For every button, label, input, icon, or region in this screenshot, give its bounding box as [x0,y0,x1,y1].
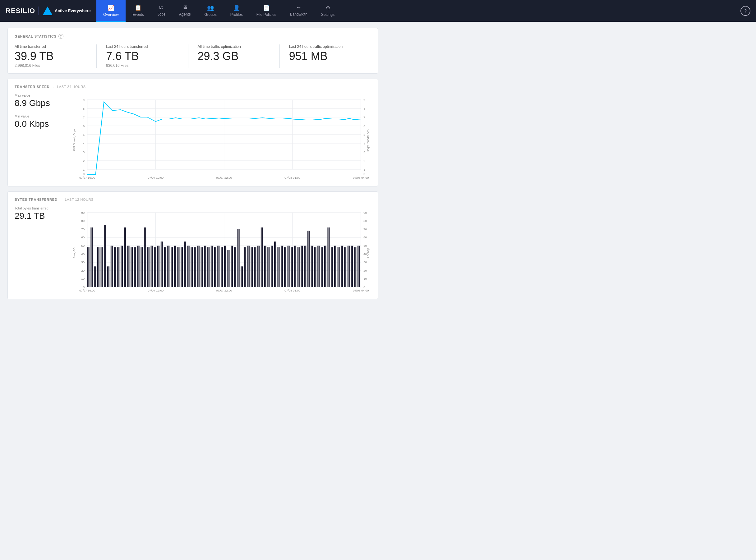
min-value-block: Min value 0.0 Kbps [15,114,64,129]
min-value: 0.0 Kbps [15,119,64,129]
nav-right: ? [735,0,756,22]
ae-label-area: Active Everywhere [55,8,91,13]
svg-text:5: 5 [83,133,84,136]
min-value-label: Min value [15,114,64,118]
svg-text:Size, GB: Size, GB [73,247,76,258]
svg-text:07/07 16:00: 07/07 16:00 [79,176,95,179]
svg-text:1: 1 [363,168,365,171]
general-stats-help-icon[interactable]: ? [58,34,63,39]
stat-value-2: 29.3 GB [198,50,270,62]
bar-stripe-30 [188,245,189,287]
bar-stripe-2 [95,266,96,287]
stat-sub-1: 936,016 Files [106,63,178,68]
stat-value-3: 951 MB [289,50,361,62]
nav-item-profiles[interactable]: 👤Profiles [223,0,250,22]
bar-stripe-29 [185,241,185,287]
transfer-speed-section: TRANSFER SPEED · LAST 24 HOURS Max value… [7,79,378,186]
nav-item-groups[interactable]: 👥Groups [197,0,223,22]
bytes-transferred-chart: 90 80 70 60 50 40 30 20 10 0 90 80 70 60… [71,206,371,293]
stat-block-3: Last 24 hours traffic optimization 951 M… [279,44,371,68]
bar-stripe-21 [158,245,159,287]
bar-stripe-77 [345,247,346,287]
svg-text:AVG Speed, Gbps: AVG Speed, Gbps [367,129,370,152]
nav-item-file-policies[interactable]: 📄File Policies [250,0,283,22]
bandwidth-nav-label: Bandwidth [290,12,307,17]
jobs-nav-label: Jobs [158,12,165,17]
svg-text:90: 90 [81,211,84,215]
svg-text:3: 3 [83,151,84,154]
transfer-speed-header: TRANSFER SPEED · LAST 24 HOURS [15,84,371,89]
bytes-transferred-stats: Total bytes transferred 29.1 TB [15,206,71,293]
transfer-speed-chart: 9 8 7 6 5 4 3 2 1 0 9 8 7 6 [71,94,371,181]
svg-text:40: 40 [363,253,367,256]
agents-nav-label: Agents [179,12,191,17]
bar-stripe-8 [115,247,115,287]
bar-chart-bars [87,225,360,287]
bar-stripe-31 [192,247,192,287]
svg-text:8: 8 [83,107,84,110]
svg-text:7: 7 [363,116,365,119]
file-policies-nav-label: File Policies [256,13,276,17]
bar-stripe-10 [121,245,122,287]
svg-text:4: 4 [83,142,84,145]
svg-text:4: 4 [363,142,365,145]
bar-stripe-56 [275,241,275,287]
nav-item-agents[interactable]: 🖥Agents [172,0,197,22]
bar-stripe-4 [101,247,102,287]
svg-text:20: 20 [81,269,84,272]
help-button[interactable]: ? [740,6,750,16]
max-value-label: Max value [15,94,64,97]
bar-stripe-79 [352,245,352,287]
bytes-transferred-subtitle: LAST 12 HOURS [65,198,94,201]
general-stats-title: GENERAL STATISTICS ? [15,34,371,39]
line-chart-svg: 9 8 7 6 5 4 3 2 1 0 9 8 7 6 [71,94,371,181]
bar-stripe-26 [175,245,175,287]
settings-nav-icon: ⚙ [325,4,331,11]
bar-stripe-68 [315,247,316,287]
events-nav-label: Events [133,13,144,17]
logo-badge: Active Everywhere [38,6,91,15]
bar-stripe-40 [221,247,222,287]
bar-stripe-43 [232,245,232,287]
bar-chart-svg: 90 80 70 60 50 40 30 20 10 0 90 80 70 60… [71,206,371,293]
svg-text:Size, GB: Size, GB [367,247,370,258]
svg-text:07/07 19:00: 07/07 19:00 [148,289,163,292]
bar-stripe-33 [198,245,199,287]
nav-item-jobs[interactable]: 🗂Jobs [151,0,172,22]
bar-stripe-47 [245,247,245,287]
nav-item-settings[interactable]: ⚙Settings [314,0,341,22]
svg-text:6: 6 [83,125,84,128]
transfer-speed-chart-layout: Max value 8.9 Gbps Min value 0.0 Kbps [15,94,371,181]
top-navigation: RESILIO Active Everywhere 📈Overview📋Even… [0,0,756,22]
svg-text:10: 10 [81,277,84,280]
bar-stripe-19 [152,245,152,287]
svg-text:1: 1 [83,168,84,171]
max-value-block: Max value 8.9 Gbps [15,94,64,108]
stat-block-2: All time traffic optimization 29.3 GB [188,44,279,68]
jobs-nav-icon: 🗂 [159,4,164,11]
svg-text:07/07 16:00: 07/07 16:00 [79,289,95,292]
stat-block-1: Last 24 hours transferred 7.6 TB 936,016… [96,44,188,68]
nav-item-bandwidth[interactable]: ↔Bandwidth [283,0,314,22]
bytes-transferred-chart-layout: Total bytes transferred 29.1 TB [15,206,371,293]
bar-stripe-64 [301,245,302,287]
svg-text:70: 70 [363,228,367,231]
svg-text:50: 50 [363,244,367,247]
bar-stripe-1 [92,227,92,287]
svg-text:07/08 01:00: 07/08 01:00 [284,176,300,179]
bar-stripe-74 [335,245,335,287]
svg-text:60: 60 [363,236,367,239]
bar-stripe-65 [305,245,305,287]
bar-stripe-62 [295,245,296,287]
bar-stripe-78 [348,245,349,287]
nav-item-events[interactable]: 📋Events [125,0,151,22]
nav-item-overview[interactable]: 📈Overview [96,0,125,22]
bar-stripe-46 [241,266,242,287]
bar-stripe-6 [108,266,109,287]
bar-stripe-13 [132,247,132,287]
bar-stripe-49 [252,247,252,287]
events-nav-icon: 📋 [135,4,141,11]
bytes-transferred-section: BYTES TRANSFERRED · LAST 12 HOURS Total … [7,192,378,299]
bar-stripe-20 [155,247,155,287]
svg-text:60: 60 [81,236,84,239]
